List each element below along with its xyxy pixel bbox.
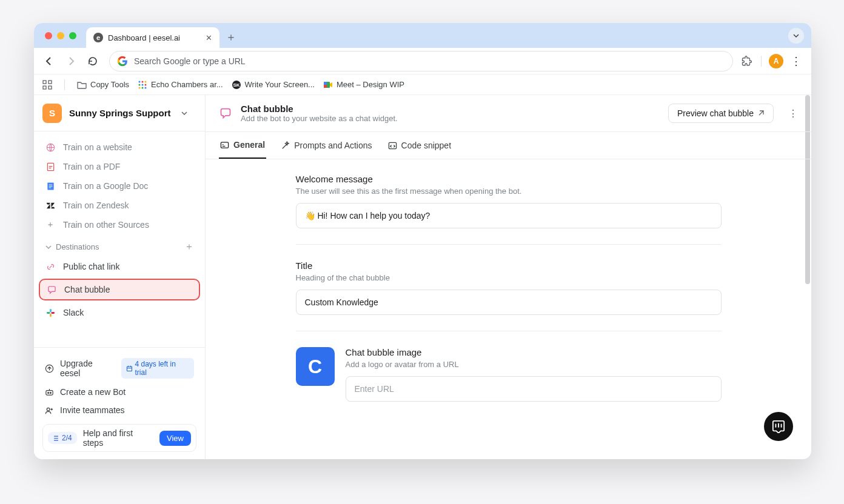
- back-button[interactable]: [40, 52, 58, 70]
- invite-row[interactable]: Invite teammates: [34, 401, 205, 419]
- image-url-input[interactable]: [346, 376, 722, 402]
- svg-point-12: [145, 87, 147, 88]
- bookmarks-bar: Copy Tools Echo Chambers ar... SK Write …: [34, 75, 811, 95]
- source-label: Train on Zendesk: [63, 201, 129, 210]
- add-destination-button[interactable]: ＋: [184, 240, 194, 253]
- sidebar-scroll: Train on a website Train on a PDF Train …: [34, 131, 205, 347]
- more-menu-button[interactable]: ⋮: [788, 108, 798, 119]
- tab-general[interactable]: General: [219, 132, 266, 159]
- tab-label: Code snippet: [401, 141, 452, 150]
- svg-rect-22: [49, 186, 52, 187]
- page-subtitle: Add the bot to your website as a chat wi…: [241, 114, 398, 123]
- destination-slack[interactable]: Slack: [34, 303, 205, 322]
- bookmark-echo[interactable]: Echo Chambers ar...: [138, 80, 223, 90]
- destination-public-link[interactable]: Public chat link: [34, 257, 205, 276]
- svg-rect-21: [49, 184, 52, 185]
- calendar-icon: [126, 365, 133, 372]
- chevron-down-icon: [181, 110, 188, 117]
- source-pdf[interactable]: Train on a PDF: [34, 157, 205, 176]
- svg-point-7: [139, 84, 141, 85]
- maximize-window-button[interactable]: [69, 32, 76, 39]
- steps-text: 2/4: [62, 434, 72, 442]
- form-column: Welcome message The user will see this a…: [296, 174, 722, 445]
- upgrade-row[interactable]: Upgrade eesel 4 days left in trial: [34, 354, 205, 383]
- code-icon: [388, 141, 397, 150]
- welcome-title: Welcome message: [296, 174, 722, 184]
- svg-point-31: [48, 392, 49, 393]
- bookmark-copy-tools[interactable]: Copy Tools: [77, 80, 129, 90]
- preview-button[interactable]: Preview chat bubble: [668, 104, 774, 123]
- tab-code[interactable]: Code snippet: [387, 132, 453, 159]
- app-content: S Sunny Springs Support Train on a websi…: [34, 95, 811, 459]
- sidebar: S Sunny Springs Support Train on a websi…: [34, 95, 206, 459]
- pdf-icon: [45, 161, 56, 172]
- source-label: Train on other Sources: [63, 220, 149, 230]
- source-gdoc[interactable]: Train on a Google Doc: [34, 176, 205, 196]
- view-button[interactable]: View: [159, 431, 191, 446]
- invite-label: Invite teammates: [60, 405, 125, 415]
- forward-button[interactable]: [62, 52, 80, 70]
- bookmark-meet[interactable]: Meet – Design WIP: [323, 80, 404, 90]
- tabstrip-menu-button[interactable]: [788, 28, 804, 44]
- people-icon: [45, 406, 54, 415]
- svg-rect-1: [49, 81, 52, 84]
- browser-tab[interactable]: e Dashboard | eesel.ai ✕: [86, 27, 219, 48]
- create-bot-row[interactable]: Create a new Bot: [34, 383, 205, 401]
- chrome-menu-button[interactable]: ⋮: [787, 52, 805, 70]
- zendesk-icon: [45, 200, 56, 211]
- help-label: Help and first steps: [83, 428, 153, 448]
- refresh-button[interactable]: [84, 52, 102, 70]
- new-tab-button[interactable]: ＋: [226, 30, 236, 44]
- source-label: Train on a PDF: [63, 162, 120, 171]
- source-website[interactable]: Train on a website: [34, 138, 205, 157]
- destination-label: Public chat link: [63, 262, 119, 271]
- tab-prompts[interactable]: Prompts and Actions: [280, 132, 373, 159]
- meet-icon: [323, 80, 333, 90]
- page-title: Chat bubble: [241, 104, 398, 114]
- close-tab-button[interactable]: ✕: [206, 33, 212, 42]
- tab-favicon: e: [93, 33, 103, 42]
- minimize-window-button[interactable]: [57, 32, 64, 39]
- omnibox[interactable]: Search Google or type a URL: [109, 51, 733, 71]
- destinations-header[interactable]: Destinations ＋: [34, 234, 205, 257]
- image-preview: C: [296, 347, 335, 386]
- circle-icon: SK: [232, 80, 241, 90]
- intercom-launcher[interactable]: [764, 412, 793, 441]
- source-other[interactable]: ＋ Train on other Sources: [34, 215, 205, 234]
- svg-rect-29: [127, 366, 132, 371]
- svg-point-9: [145, 84, 147, 85]
- card-icon: [220, 141, 229, 150]
- bookmark-write[interactable]: SK Write Your Screen...: [232, 80, 315, 90]
- slack-icon: [45, 307, 56, 318]
- svg-point-11: [142, 87, 144, 88]
- browser-window: e Dashboard | eesel.ai ✕ ＋: [34, 23, 811, 459]
- destination-label: Slack: [63, 308, 84, 317]
- svg-point-10: [139, 87, 141, 88]
- title-input[interactable]: [296, 290, 722, 315]
- grid-icon: [138, 80, 147, 90]
- svg-rect-27: [51, 312, 55, 314]
- title-title: Title: [296, 260, 722, 271]
- svg-rect-2: [43, 86, 46, 89]
- divider: [296, 244, 722, 245]
- org-switcher[interactable]: S Sunny Springs Support: [34, 95, 205, 131]
- chat-bubble-icon: [219, 107, 232, 120]
- svg-rect-16: [324, 82, 327, 85]
- svg-rect-35: [389, 142, 396, 148]
- source-zendesk[interactable]: Train on Zendesk: [34, 196, 205, 215]
- svg-rect-0: [43, 81, 46, 84]
- external-link-icon: [757, 110, 765, 117]
- image-title: Chat bubble image: [346, 347, 722, 357]
- trial-badge: 4 days left in trial: [121, 358, 194, 379]
- profile-avatar[interactable]: A: [769, 54, 783, 68]
- destination-chat-bubble[interactable]: Chat bubble: [39, 279, 200, 300]
- create-bot-label: Create a new Bot: [60, 387, 126, 397]
- welcome-message-input[interactable]: [296, 203, 722, 228]
- apps-button[interactable]: [42, 80, 52, 90]
- extensions-button[interactable]: [740, 55, 754, 68]
- sidebar-footer: Upgrade eesel 4 days left in trial Creat…: [34, 347, 205, 459]
- close-window-button[interactable]: [45, 32, 52, 39]
- steps-icon: [53, 435, 59, 442]
- image-desc: Add a logo or avatar from a URL: [346, 360, 722, 369]
- chevron-down-icon: [45, 244, 52, 251]
